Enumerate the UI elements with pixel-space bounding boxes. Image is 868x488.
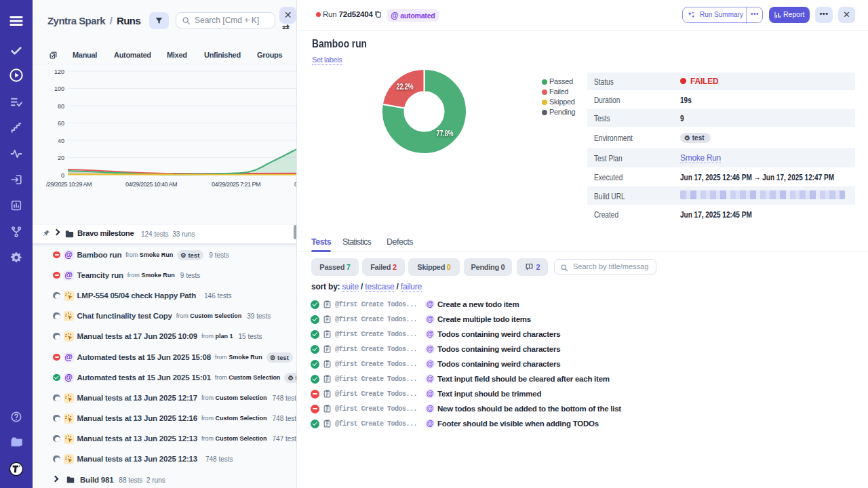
svg-text:40: 40 xyxy=(58,138,64,144)
svg-text:60: 60 xyxy=(58,120,64,127)
svg-text:0: 0 xyxy=(61,172,64,179)
svg-text:100: 100 xyxy=(54,85,64,92)
svg-text:/29/2025 10:29 AM: /29/2025 10:29 AM xyxy=(46,181,92,188)
svg-text:80: 80 xyxy=(58,103,64,110)
svg-text:22.2%: 22.2% xyxy=(397,82,414,92)
svg-text:0: 0 xyxy=(294,181,297,188)
svg-text:04/29/2025 7:21 PM: 04/29/2025 7:21 PM xyxy=(212,181,260,188)
svg-text:04/29/2025 10:40 AM: 04/29/2025 10:40 AM xyxy=(125,181,177,188)
svg-text:20: 20 xyxy=(58,155,64,161)
svg-text:77.8%: 77.8% xyxy=(437,129,454,138)
svg-text:120: 120 xyxy=(54,68,64,75)
